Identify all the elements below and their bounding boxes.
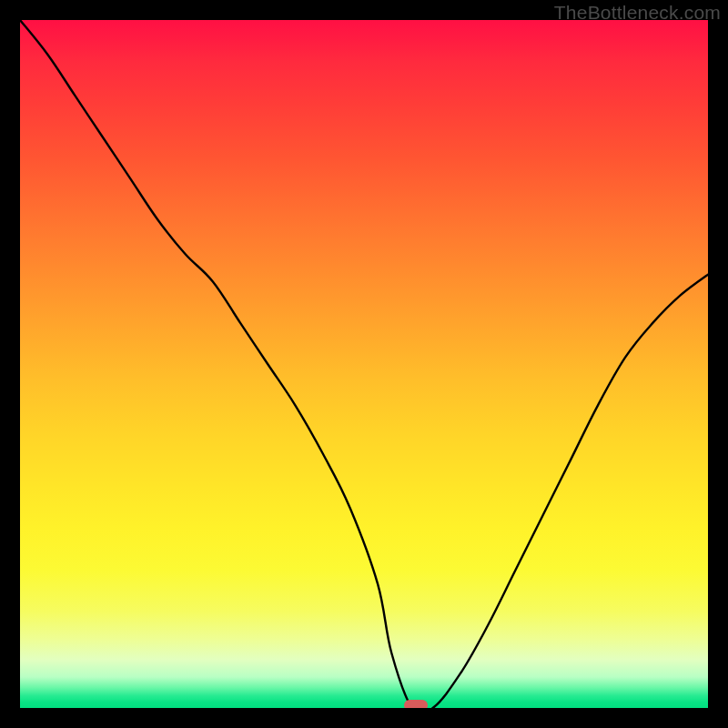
- chart-frame: TheBottleneck.com: [0, 0, 728, 728]
- optimum-marker: [404, 700, 428, 708]
- plot-area: [20, 20, 708, 708]
- bottleneck-curve: [20, 20, 708, 708]
- watermark-text: TheBottleneck.com: [554, 2, 721, 24]
- curve-path: [20, 20, 708, 708]
